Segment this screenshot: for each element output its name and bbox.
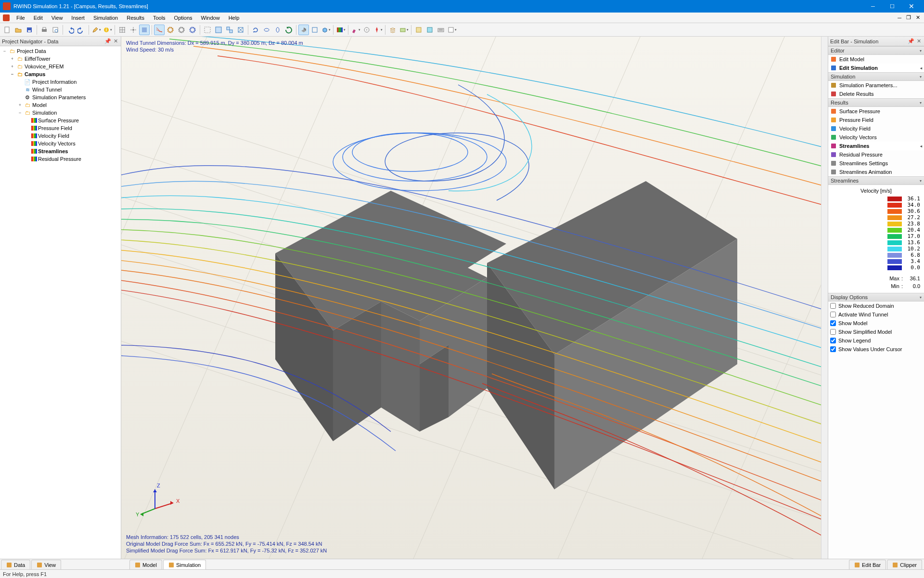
sel1-button[interactable] <box>202 25 213 35</box>
close-button[interactable]: ✕ <box>902 0 921 13</box>
tab-data[interactable]: Data <box>1 560 30 569</box>
menu-help[interactable]: Help <box>225 14 244 22</box>
menu-edit[interactable]: Edit <box>30 14 47 22</box>
model-toggle-button[interactable] <box>298 25 309 35</box>
print-preview-button[interactable] <box>50 25 61 35</box>
menu-results[interactable]: Results <box>123 14 148 22</box>
info-dd-button[interactable]: i <box>102 25 113 35</box>
streamlines-tool-button[interactable] <box>154 25 165 35</box>
misc5-dd-button[interactable] <box>447 25 457 35</box>
print-button[interactable] <box>39 25 50 35</box>
layers-button[interactable] <box>387 25 398 35</box>
rotate2-button[interactable] <box>261 25 272 35</box>
maximize-button[interactable]: ☐ <box>883 0 902 13</box>
menu-window[interactable]: Window <box>197 14 224 22</box>
colors-dd-button[interactable] <box>335 25 346 35</box>
tree-item-surface-pressure[interactable]: Surface Pressure <box>0 117 121 124</box>
editbar-edit-model[interactable]: Edit Model <box>828 55 924 64</box>
editbar-pin-icon[interactable]: 📌 <box>908 38 914 45</box>
checkbox[interactable] <box>830 329 836 335</box>
misc3-button[interactable] <box>424 25 435 35</box>
tree-item-velocity-vectors[interactable]: Velocity Vectors <box>0 140 121 147</box>
editbar-delete-results[interactable]: Delete Results <box>828 90 924 98</box>
tree-item-wind-tunnel[interactable]: ≋Wind Tunnel <box>0 86 121 93</box>
pin-dd-button[interactable] <box>372 25 383 35</box>
rotate3-button[interactable] <box>272 25 283 35</box>
sel4-button[interactable] <box>235 25 246 35</box>
undo-button[interactable] <box>65 25 76 35</box>
option-show-model[interactable]: Show Model <box>828 319 924 328</box>
section-editor[interactable]: Editor▾ <box>828 46 924 55</box>
checkbox[interactable] <box>830 338 836 343</box>
pencil-dd-button[interactable] <box>91 25 102 35</box>
box-button[interactable] <box>309 25 320 35</box>
tab-model[interactable]: Model <box>129 560 162 569</box>
menu-options[interactable]: Options <box>170 14 196 22</box>
brush-dd-button[interactable] <box>350 25 361 35</box>
navigator-close-icon[interactable]: ✕ <box>112 38 119 45</box>
editbar-residual-pressure[interactable]: Residual Pressure <box>828 150 924 159</box>
refresh-button[interactable] <box>283 25 294 35</box>
gear3-button[interactable] <box>187 25 198 35</box>
cube-dd-button[interactable] <box>321 25 331 35</box>
tab-edit-bar[interactable]: Edit Bar <box>849 560 886 569</box>
section-simulation[interactable]: Simulation▾ <box>828 72 924 81</box>
option-show-values-under-cursor[interactable]: Show Values Under Cursor <box>828 345 924 354</box>
tree-item-simulation[interactable]: −🗀Simulation <box>0 109 121 117</box>
misc1-dd-button[interactable] <box>398 25 409 35</box>
sel2-button[interactable] <box>213 25 224 35</box>
new-button[interactable] <box>2 25 13 35</box>
minimize-button[interactable]: ─ <box>863 0 883 13</box>
viewport-3d[interactable]: X Y Z Wind Tunnel Dimensions: Dx = 589.9… <box>121 37 828 559</box>
option-show-reduced-domain[interactable]: Show Reduced Domain <box>828 302 924 310</box>
tree-item-residual-pressure[interactable]: Residual Pressure <box>0 155 121 163</box>
editbar-edit-simulation[interactable]: Edit Simulation◂ <box>828 64 924 72</box>
option-show-simplified-model[interactable]: Show Simplified Model <box>828 328 924 336</box>
mdi-restore-button[interactable]: ❐ <box>904 13 913 22</box>
grid-button[interactable] <box>117 25 128 35</box>
tree-item-model[interactable]: +🗀Model <box>0 101 121 109</box>
navigator-pin-icon[interactable]: 📌 <box>104 38 111 45</box>
editbar-streamlines[interactable]: Streamlines◂ <box>828 142 924 150</box>
editbar-velocity-field[interactable]: Velocity Field <box>828 124 924 133</box>
checkbox[interactable] <box>830 303 836 309</box>
redo-button[interactable] <box>76 25 87 35</box>
option-activate-wind-tunnel[interactable]: Activate Wind Tunnel <box>828 310 924 319</box>
tree-item-simulation-parameters[interactable]: ⚙Simulation Parameters <box>0 93 121 101</box>
menu-tools[interactable]: Tools <box>149 14 169 22</box>
tab-view[interactable]: View <box>31 560 61 569</box>
open-button[interactable] <box>13 25 24 35</box>
checkbox[interactable] <box>830 346 836 352</box>
editbar-velocity-vectors[interactable]: Velocity Vectors <box>828 133 924 142</box>
tree-item-vokovice-rfem[interactable]: +🗀Vokovice_RFEM <box>0 63 121 70</box>
snap-button[interactable] <box>128 25 139 35</box>
checkbox[interactable] <box>830 320 836 326</box>
section-results[interactable]: Results▾ <box>828 98 924 107</box>
tree-item-velocity-field[interactable]: Velocity Field <box>0 132 121 140</box>
tree-item-eiffeltower[interactable]: +🗀EiffelTower <box>0 55 121 63</box>
tree-root[interactable]: −🗀 Project Data <box>0 47 121 55</box>
gear1-button[interactable] <box>165 25 176 35</box>
sel3-button[interactable] <box>224 25 235 35</box>
editbar-pressure-field[interactable]: Pressure Field <box>828 116 924 124</box>
gear2-button[interactable] <box>176 25 187 35</box>
option-show-legend[interactable]: Show Legend <box>828 336 924 345</box>
menu-insert[interactable]: Insert <box>67 14 89 22</box>
editbar-close-icon[interactable]: ✕ <box>915 38 922 45</box>
editbar-surface-pressure[interactable]: Surface Pressure <box>828 107 924 116</box>
menu-view[interactable]: View <box>48 14 67 22</box>
tree-item-campus[interactable]: −🗀Campus <box>0 70 121 78</box>
tab-clipper[interactable]: Clipper <box>887 560 922 569</box>
menu-simulation[interactable]: Simulation <box>90 14 122 22</box>
checkbox[interactable] <box>830 312 836 317</box>
rotate1-button[interactable] <box>250 25 261 35</box>
shade-button[interactable] <box>139 25 150 35</box>
tree-item-streamlines[interactable]: Streamlines <box>0 147 121 155</box>
tab-simulation[interactable]: Simulation <box>163 560 206 569</box>
tree-item-pressure-field[interactable]: Pressure Field <box>0 124 121 132</box>
menu-file[interactable]: File <box>13 14 29 22</box>
section-streamlines[interactable]: Streamlines▾ <box>828 176 924 185</box>
target-button[interactable] <box>361 25 372 35</box>
editbar-simulation-parameters-[interactable]: Simulation Parameters... <box>828 81 924 90</box>
save-button[interactable] <box>24 25 35 35</box>
